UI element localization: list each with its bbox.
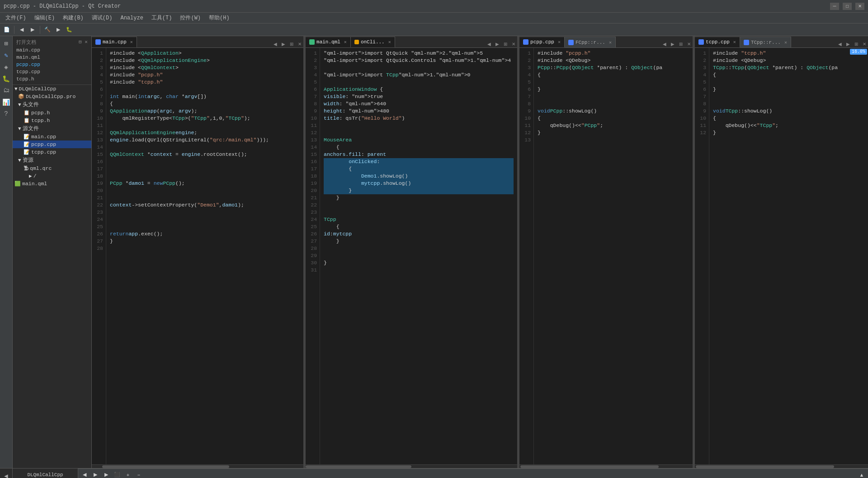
tree-item-tcpph[interactable]: 📋tcpp.h — [13, 117, 91, 124]
tab-tcpp-r[interactable]: TCpp::r... ✕ — [740, 37, 791, 47]
tree-item-mainqml[interactable]: 🟩main.qml — [13, 180, 91, 187]
editor-content-main-cpp[interactable]: 1234567891011121314151617181920212223242… — [92, 48, 303, 464]
tab-label: onCli... — [361, 39, 385, 45]
pane4-nav-left[interactable]: ◀ — [836, 40, 844, 47]
bottom-icon-1[interactable]: ◀ — [1, 470, 12, 478]
menu-item-analyze[interactable]: Analyze — [117, 14, 146, 22]
tab-main-cpp[interactable]: main.cpp ✕ — [92, 37, 137, 47]
scrollbar-horizontal-4[interactable] — [695, 464, 868, 468]
pane-close-split[interactable]: ✕ — [296, 40, 303, 47]
line-numbers: 1234567891011121314151617181920212223242… — [92, 48, 106, 464]
code-content[interactable]: #include "tcpp.h"#include <QDebug>TCpp::… — [709, 48, 868, 464]
pane3-nav-left[interactable]: ◀ — [661, 40, 668, 47]
bottom-add[interactable]: + — [123, 470, 132, 478]
tab-close-button[interactable]: ✕ — [733, 39, 736, 45]
pane2-split[interactable]: ⊞ — [502, 40, 509, 47]
pane4-close-split[interactable]: ✕ — [861, 40, 868, 47]
menu-item-b[interactable]: 构建(B) — [59, 13, 87, 23]
scrollbar-horizontal-3[interactable] — [519, 464, 693, 468]
tab-close-button[interactable]: ✕ — [344, 39, 347, 45]
toolbar-forward[interactable]: ▶ — [28, 25, 38, 35]
tree-item-dlqmlcallcpppro[interactable]: 📦DLQmlCallCpp.pro — [13, 93, 91, 100]
pane4-nav-right[interactable]: ▶ — [844, 40, 852, 47]
bottom-collapse[interactable]: ▲ — [857, 470, 866, 478]
menu-item-f[interactable]: 文件(F) — [2, 13, 30, 23]
tab-close-button[interactable]: ✕ — [388, 39, 391, 45]
tab-close-button[interactable]: ✕ — [784, 40, 787, 45]
pane4-split[interactable]: ⊞ — [853, 40, 860, 47]
tab-fcpp-r[interactable]: FCpp::r... ✕ — [565, 37, 616, 47]
code-line: } — [324, 194, 514, 202]
tab-oncli[interactable]: onCli... ✕ — [351, 37, 395, 47]
pane2-nav-right[interactable]: ▶ — [494, 40, 501, 47]
toolbar-debug[interactable]: 🐛 — [64, 25, 74, 35]
tab-close-button[interactable]: ✕ — [130, 39, 133, 45]
open-doc-tcpph[interactable]: tcpp.h — [13, 75, 91, 83]
toolbar-build[interactable]: 🔨 — [42, 25, 52, 35]
code-content[interactable]: #include <QApplication>#include <QQmlApp… — [106, 48, 303, 464]
tab-pcpp-cpp[interactable]: pcpp.cpp ✕ — [519, 37, 565, 47]
tab-close-button[interactable]: ✕ — [558, 39, 561, 45]
code-line: onClicked: — [324, 158, 514, 165]
toolbar-back[interactable]: ◀ — [17, 25, 27, 35]
sidebar-edit[interactable]: ✎ — [1, 50, 12, 61]
code-content[interactable]: #include "pcpp.h"#include <QDebug>PCpp::… — [534, 48, 693, 464]
tree-item-tcppcpp[interactable]: 📝tcpp.cpp — [13, 148, 91, 156]
editor-content-main-qml[interactable]: 1234567891011121314151617181920212223242… — [306, 48, 517, 464]
menu-item-e[interactable]: 编辑(E) — [31, 13, 59, 23]
toolbar-new[interactable]: 📄 — [2, 25, 12, 35]
open-doc-maincpp[interactable]: main.cpp — [13, 47, 91, 54]
menu-item-d[interactable]: 调试(D) — [88, 13, 116, 23]
pane-split[interactable]: ⊞ — [288, 40, 295, 47]
close-button[interactable]: ✕ — [855, 3, 864, 10]
tab-close-button[interactable]: ✕ — [609, 40, 612, 45]
editor-content-pcpp-cpp[interactable]: 12345678910111213#include "pcpp.h"#inclu… — [519, 48, 693, 464]
tab-tcpp-cpp[interactable]: tcpp.cpp ✕ — [695, 37, 740, 47]
editor-content-tcpp-cpp[interactable]: 123456789101112#include "tcpp.h"#include… — [695, 48, 868, 464]
restore-button[interactable]: □ — [843, 3, 852, 10]
sidebar-debug[interactable]: 🐛 — [1, 73, 12, 84]
tab-main-qml[interactable]: main.qml ✕ — [306, 37, 351, 47]
tree-item-[interactable]: ▼资源 — [13, 156, 91, 164]
toolbar-run[interactable]: ▶ — [53, 25, 63, 35]
code-content[interactable]: "qml-import">import QtQuick "qml-num">2.… — [320, 48, 517, 464]
code-line: { — [713, 115, 864, 122]
pane3-split[interactable]: ⊞ — [677, 40, 684, 47]
tree-item-dlqmlcallcpp[interactable]: ▼DLQmlCallCpp — [13, 85, 91, 93]
sidebar-analyze[interactable]: 📊 — [1, 97, 12, 108]
pane3-close-split[interactable]: ✕ — [685, 40, 693, 47]
bottom-clear[interactable]: − — [134, 470, 143, 478]
sidebar-welcome[interactable]: ⊞ — [1, 38, 12, 49]
code-line: void TCpp::showLog() — [713, 108, 864, 115]
tree-item-label: pcpp.h — [31, 110, 50, 116]
open-doc-mainqml[interactable]: main.qml — [13, 54, 91, 61]
tree-item-pcpph[interactable]: 📋pcpp.h — [13, 109, 91, 117]
tree-item-qmlqrc[interactable]: 🗜qml.qrc — [13, 164, 91, 172]
scrollbar-horizontal-1[interactable] — [92, 464, 303, 468]
tree-item-pcppcpp[interactable]: 📝pcpp.cpp — [13, 141, 91, 148]
tree-item-[interactable]: ▶/ — [13, 172, 91, 180]
pane-nav-left[interactable]: ◀ — [272, 40, 279, 47]
tree-item-maincpp[interactable]: 📝main.cpp — [13, 133, 91, 141]
menu-item-w[interactable]: 控件(W) — [176, 13, 204, 23]
bottom-run[interactable]: ▶ — [102, 470, 111, 478]
sidebar-help[interactable]: ? — [1, 108, 12, 119]
pane-nav-right[interactable]: ▶ — [280, 40, 287, 47]
scrollbar-horizontal-2[interactable] — [306, 464, 517, 468]
bottom-stop[interactable]: ⬛ — [113, 470, 122, 478]
line-number: 21 — [94, 194, 103, 202]
bottom-nav-back[interactable]: ◀ — [80, 470, 89, 478]
menu-item-t[interactable]: 工具(T) — [148, 13, 176, 23]
open-doc-pcppcpp[interactable]: pcpp.cpp — [13, 61, 91, 68]
sidebar-design[interactable]: ◈ — [1, 61, 12, 72]
open-doc-tcppcpp[interactable]: tcpp.cpp — [13, 68, 91, 75]
pane2-nav-left[interactable]: ◀ — [486, 40, 493, 47]
sidebar-projects[interactable]: 🗂 — [1, 85, 12, 96]
bottom-nav-forward[interactable]: ▶ — [91, 470, 100, 478]
menu-item-h[interactable]: 帮助(H) — [205, 13, 233, 23]
minimize-button[interactable]: ─ — [830, 3, 839, 10]
pane3-nav-right[interactable]: ▶ — [669, 40, 676, 47]
tree-item-[interactable]: ▼头文件 — [13, 100, 91, 109]
tree-item-[interactable]: ▼源文件 — [13, 124, 91, 133]
pane2-close-split[interactable]: ✕ — [510, 40, 517, 47]
